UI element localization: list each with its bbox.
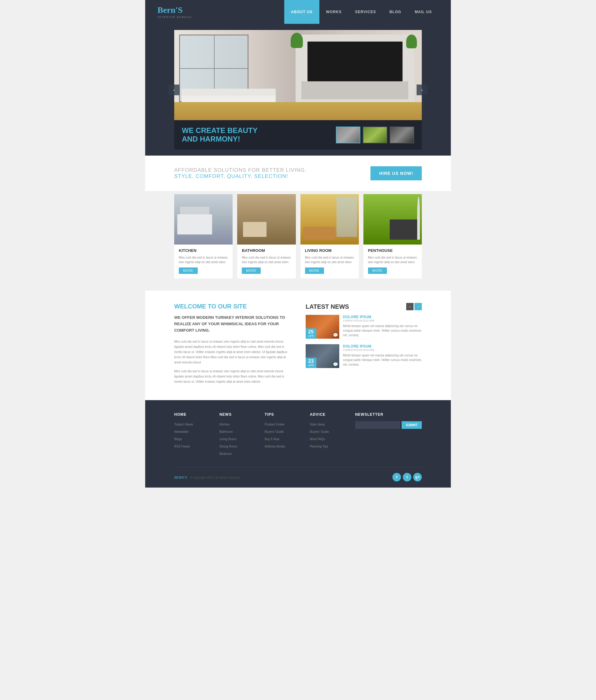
news-title-1: DOLORE IPSUM <box>343 315 422 319</box>
nav-services[interactable]: SERVICES <box>348 0 383 24</box>
news-date-1: 25 APR <box>306 328 316 339</box>
portfolio-section: KITCHEN Mes curti dia sed in lacus ut en… <box>145 191 451 291</box>
news-column: LATEST NEWS ‹ › 25 APR 💬 DOLORE IPSUM LO… <box>306 303 422 388</box>
list-item: Bedroom <box>220 451 258 456</box>
home-link-1[interactable]: Today's News <box>174 423 193 426</box>
news-link-4[interactable]: Dining Room <box>220 445 237 448</box>
footer-newsletter-title: NEWSLETTER <box>355 412 422 417</box>
living-desc: Mes curti dia sed in lacus ut eniasec et… <box>305 255 354 265</box>
news-title-text: LATEST NEWS <box>306 303 349 310</box>
news-prev-button[interactable]: ‹ <box>406 303 414 310</box>
footer-tips-links: Product Finder Buyers' Guide Buy It Now … <box>265 421 304 449</box>
news-date-2: 23 APR <box>306 358 316 368</box>
tips-link-1[interactable]: Product Finder <box>265 423 285 426</box>
footer-news-links: Kitchen Bathroom Living Room Dining Room… <box>220 421 258 456</box>
news-link-3[interactable]: Living Room <box>220 438 237 441</box>
slider-prev-button[interactable]: ‹ <box>169 84 179 95</box>
caption-line1-text: WE CREATE BEAUTY <box>182 126 258 135</box>
living-title: LIVING ROOM <box>305 248 354 253</box>
twitter-icon[interactable]: t <box>403 473 412 481</box>
slider-caption-line1: WE CREATE BEAUTY AND HARMONY! <box>182 126 258 143</box>
tips-link-4[interactable]: Address Books <box>265 445 285 448</box>
footer-tips-title: TIPS <box>265 412 304 417</box>
home-link-2[interactable]: Newsletter <box>174 430 189 433</box>
nav-mail[interactable]: MAIL US <box>408 0 439 24</box>
nav-works[interactable]: WORKS <box>319 0 348 24</box>
hire-us-button[interactable]: HIRE US NOW! <box>370 166 422 180</box>
logo-subtitle: INTERIOR BUREAU <box>157 16 192 19</box>
portfolio-card-penthouse: PENTHOUSE Mes curti dia sed in lacus ut … <box>364 194 422 278</box>
news-navigation: ‹ › <box>406 303 422 310</box>
news-next-button[interactable]: › <box>415 303 422 310</box>
slider-container: ‹ › WE CREATE BEAUTY AND HARMONY! <box>174 30 422 149</box>
footer-col-news: NEWS Kitchen Bathroom Living Room Dining… <box>220 412 258 458</box>
footer-home-links: Today's News Newsletter Blogs RSS Feeds <box>174 421 213 449</box>
bathroom-bg <box>237 194 296 245</box>
advice-link-1[interactable]: Style Ideas <box>310 423 325 426</box>
penthouse-more-button[interactable]: MORE <box>368 268 387 274</box>
living-more-button[interactable]: MORE <box>305 268 324 274</box>
slider-next-button[interactable]: › <box>417 84 427 95</box>
slider-thumb-3[interactable] <box>390 127 414 143</box>
portfolio-card-living: LIVING ROOM Mes curti dia sed in lacus u… <box>300 194 359 278</box>
plant-decoration <box>291 33 303 48</box>
slider-caption: WE CREATE BEAUTY AND HARMONY! <box>174 120 422 149</box>
home-link-4[interactable]: RSS Feeds <box>174 445 190 448</box>
advice-link-4[interactable]: Planning Tips <box>310 445 328 448</box>
news-comment-icon-2: 💬 <box>333 362 338 367</box>
footer-col-tips: TIPS Product Finder Buyers' Guide Buy It… <box>265 412 304 458</box>
advice-link-3[interactable]: Most FAQs <box>310 438 325 441</box>
portfolio-grid: KITCHEN Mes curti dia sed in lacus ut en… <box>174 194 422 278</box>
nav-blog[interactable]: BLOG <box>383 0 408 24</box>
home-link-3[interactable]: Blogs <box>174 438 182 441</box>
kitchen-more-button[interactable]: MORE <box>179 268 198 274</box>
main-nav: ABOUT US WORKS SERVICES BLOG MAIL US <box>284 0 439 24</box>
list-item: Buy It Now <box>265 436 304 442</box>
news-comment-icon-1: 💬 <box>333 332 338 338</box>
news-title-2: DOLORE IPSUM <box>343 344 422 348</box>
portfolio-card-kitchen: KITCHEN Mes curti dia sed in lacus ut en… <box>174 194 232 278</box>
news-link-5[interactable]: Bedroom <box>220 452 232 455</box>
sofa-back <box>181 89 276 96</box>
list-item: RSS Feeds <box>174 443 213 449</box>
news-content-1: DOLORE IPSUM LOREM IPSUM DOLORE Morbi te… <box>343 315 422 338</box>
list-item: Address Books <box>265 443 304 449</box>
slider-thumb-1[interactable] <box>336 127 361 143</box>
slider-thumb-2[interactable] <box>363 127 387 143</box>
nav-about[interactable]: ABOUT US <box>284 0 319 24</box>
footer-news-title: NEWS <box>220 412 258 417</box>
tips-link-2[interactable]: Buyers' Guide <box>265 430 284 433</box>
list-item: Most FAQs <box>310 436 349 442</box>
footer-columns: HOME Today's News Newsletter Blogs RSS F… <box>174 412 422 458</box>
news-item-2: 23 APR 💬 DOLORE IPSUM LOREM IPSUM DOLORE… <box>306 344 422 368</box>
footer-advice-links: Style Ideas Buyers' Guide Most FAQs Plan… <box>310 421 349 449</box>
bathroom-more-button[interactable]: MORE <box>242 268 261 274</box>
lamp <box>417 197 420 239</box>
news-content-2: DOLORE IPSUM LOREM IPSUM DOLORE Morbi te… <box>343 344 422 367</box>
living-content: LIVING ROOM Mes curti dia sed in lacus u… <box>300 245 359 278</box>
footer-advice-title: ADVICE <box>310 412 349 417</box>
newsletter-email-input[interactable] <box>355 421 400 429</box>
thumb-img-3 <box>390 127 414 143</box>
kitchen-content: KITCHEN Mes curti dia sed in lacus ut en… <box>174 245 232 278</box>
news-day-2: 23 <box>308 359 314 364</box>
bathroom-image <box>237 194 296 245</box>
news-image-2: 23 APR 💬 <box>306 344 339 368</box>
list-item: Today's News <box>174 421 213 427</box>
news-sub-2: LOREM IPSUM DOLORE <box>343 348 422 352</box>
news-link-2[interactable]: Bathroom <box>220 430 232 433</box>
newsletter-submit-button[interactable]: SUBMIT <box>402 421 422 429</box>
news-link-1[interactable]: Kitchen <box>220 423 229 426</box>
advice-link-2[interactable]: Buyers' Guide <box>310 430 329 433</box>
counter <box>177 214 213 234</box>
list-item: Newsletter <box>174 429 213 434</box>
news-desc-2: Morbi tempor quam vel massa adipiscing u… <box>343 353 422 367</box>
tips-link-3[interactable]: Buy It Now <box>265 438 279 441</box>
kitchen-desc: Mes curti dia sed in lacus ut eniasec et… <box>179 255 228 265</box>
thumb-img-2 <box>364 127 387 143</box>
facebook-icon[interactable]: f <box>393 473 401 481</box>
plant-decoration-2 <box>406 34 417 48</box>
header: Bern'S INTERIOR BUREAU ABOUT US WORKS SE… <box>145 0 451 24</box>
googleplus-icon[interactable]: g+ <box>413 473 422 481</box>
kitchen-title: KITCHEN <box>179 248 228 253</box>
